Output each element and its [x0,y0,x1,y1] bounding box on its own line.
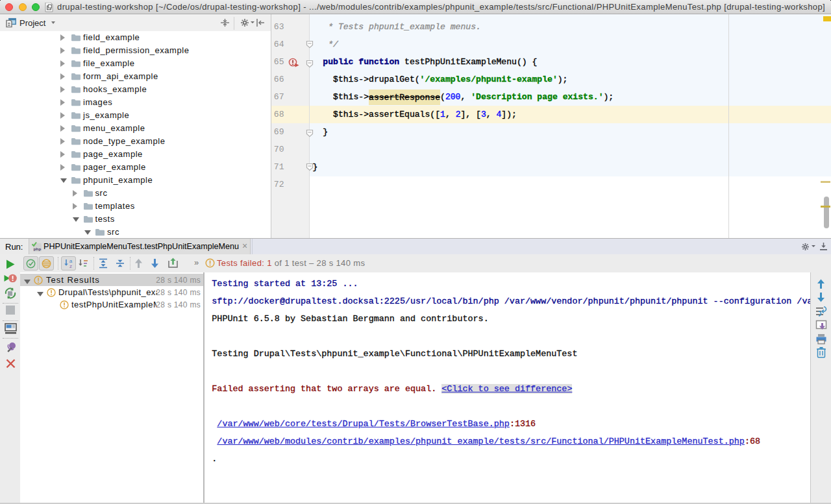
svg-text:php: php [34,246,42,251]
svg-text:z: z [69,263,72,269]
